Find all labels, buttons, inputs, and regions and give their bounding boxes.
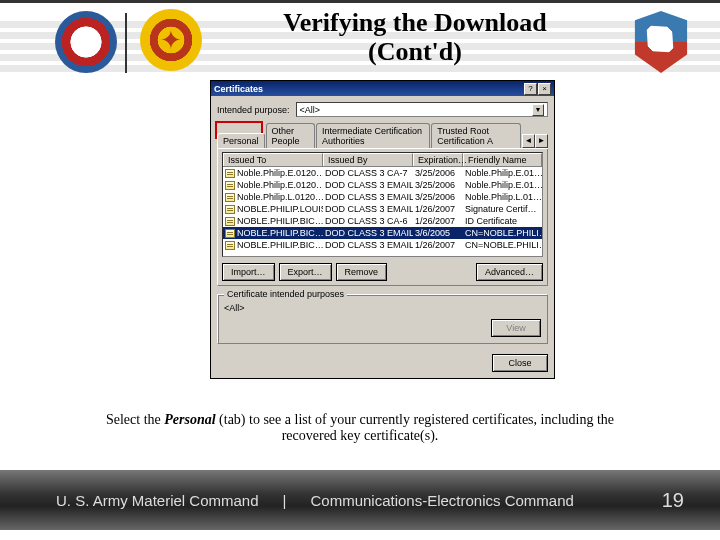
certificate-icon [225, 193, 235, 202]
table-row[interactable]: Noble.Philip.L.0120…DOD CLASS 3 EMAIL…3/… [223, 191, 542, 203]
fieldset-label: Certificate intended purposes [224, 289, 347, 299]
footer-sep: | [283, 492, 287, 509]
remove-button[interactable]: Remove [336, 263, 388, 281]
col-issued-by[interactable]: Issued By [323, 153, 413, 166]
title-line2: (Cont'd) [368, 37, 462, 66]
col-friendly-name[interactable]: Friendly Name [463, 153, 542, 166]
tab-panel: Issued To Issued By Expiration… Friendly… [217, 148, 548, 286]
col-issued-to[interactable]: Issued To [223, 153, 323, 166]
col-expiration[interactable]: Expiration… [413, 153, 463, 166]
close-icon[interactable]: × [538, 83, 551, 95]
certificate-icon [225, 169, 235, 178]
import-button[interactable]: Import… [222, 263, 275, 281]
certificate-list[interactable]: Issued To Issued By Expiration… Friendly… [222, 152, 543, 257]
certificate-icon [225, 181, 235, 190]
table-row[interactable]: Noble.Philip.E.0120…DOD CLASS 3 EMAIL…3/… [223, 179, 542, 191]
export-button[interactable]: Export… [279, 263, 332, 281]
fieldset-value: <All> [224, 303, 541, 313]
tab-other-people[interactable]: Other People [266, 123, 316, 148]
caption-emphasis: Personal [164, 412, 215, 427]
tab-strip: Personal Other People Intermediate Certi… [217, 123, 548, 149]
certificates-dialog: Certificates ? × Intended purpose: <All>… [210, 80, 555, 379]
slide-header: Verifying the Download (Cont'd) [0, 0, 720, 75]
table-row[interactable]: Noble.Philip.E.0120…DOD CLASS 3 CA-73/25… [223, 167, 542, 179]
view-button[interactable]: View [491, 319, 541, 337]
tab-scroll-left[interactable]: ◄ [522, 134, 535, 148]
star-logo-icon [140, 9, 202, 71]
cert-purposes-fieldset: Certificate intended purposes <All> View [217, 294, 548, 344]
tab-trusted-root[interactable]: Trusted Root Certification A [431, 123, 521, 148]
certificate-icon [225, 205, 235, 214]
page-number: 19 [662, 489, 684, 512]
table-row[interactable]: NOBLE.PHILIP.BIC…DOD CLASS 3 EMAIL…3/6/2… [223, 227, 542, 239]
tab-personal[interactable]: Personal [217, 133, 265, 148]
list-header: Issued To Issued By Expiration… Friendly… [223, 153, 542, 167]
table-row[interactable]: NOBLE.PHILIP.BIC…DOD CLASS 3 CA-61/26/20… [223, 215, 542, 227]
combo-value: <All> [300, 105, 321, 115]
table-row[interactable]: NOBLE.PHILIP.BIC…DOD CLASS 3 EMAIL…1/26/… [223, 239, 542, 251]
certificate-icon [225, 229, 235, 238]
dialog-titlebar[interactable]: Certificates ? × [211, 81, 554, 96]
footer-left: U. S. Army Materiel Command [56, 492, 259, 509]
close-button[interactable]: Close [492, 354, 548, 372]
slide-footer: U. S. Army Materiel Command | Communicat… [0, 470, 720, 530]
chevron-down-icon[interactable]: ▼ [532, 104, 544, 116]
help-button[interactable]: ? [524, 83, 537, 95]
footer-right: Communications-Electronics Command [310, 492, 573, 509]
intended-purpose-label: Intended purpose: [217, 105, 290, 115]
table-row[interactable]: NOBLE.PHILIP.LOUIS…DOD CLASS 3 EMAIL…1/2… [223, 203, 542, 215]
instruction-caption: Select the Personal (tab) to see a list … [90, 412, 630, 444]
tab-scroll-right[interactable]: ► [535, 134, 548, 148]
advanced-button[interactable]: Advanced… [476, 263, 543, 281]
intended-purpose-combo[interactable]: <All> ▼ [296, 102, 548, 117]
dialog-title: Certificates [214, 84, 263, 94]
amc-logo-icon [55, 11, 117, 73]
certificate-icon [225, 241, 235, 250]
slide-title: Verifying the Download (Cont'd) [210, 9, 620, 66]
title-line1: Verifying the Download [283, 8, 546, 37]
tab-intermediate-ca[interactable]: Intermediate Certification Authorities [316, 123, 430, 148]
header-divider [125, 13, 127, 73]
certificate-icon [225, 217, 235, 226]
